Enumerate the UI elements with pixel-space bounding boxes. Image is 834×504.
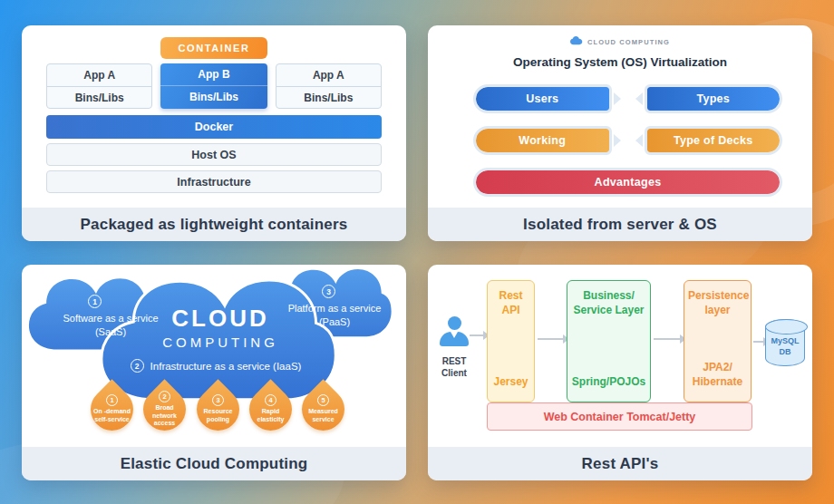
person-torso xyxy=(440,332,469,346)
drop-measured-service: 5 Measured service xyxy=(293,379,353,439)
persistence-box-subtitle: JPA2/ Hibernate xyxy=(688,360,747,389)
docker-layer-bar: Docker xyxy=(46,115,382,139)
paas-number-badge: 3 xyxy=(322,285,335,298)
cloud-icon xyxy=(570,36,583,47)
card-caption: Rest API's xyxy=(428,447,812,480)
drop-label: Rapid elasticity xyxy=(251,408,291,424)
rest-api-box-subtitle: Jersey xyxy=(491,374,530,389)
iaas-row: 2 Infrastructure as a service (IaaS) xyxy=(107,359,325,373)
persistence-layer-box: Persistence layer JPA2/ Hibernate xyxy=(684,280,752,402)
app-column-highlighted: App B Bins/Libs xyxy=(160,63,267,109)
libs-cell: Bins/Libs xyxy=(47,86,151,108)
pill-users: Users xyxy=(473,84,612,113)
virtualization-diagram: CLOUD COMPUTING Operating System (OS) Vi… xyxy=(428,25,812,208)
cloud-title-line1: CLOUD xyxy=(134,305,306,333)
drop-label: Measured service xyxy=(304,408,344,424)
libs-cell: Bins/Libs xyxy=(160,85,267,107)
arrow-client-to-api xyxy=(470,334,484,336)
saas-number-badge: 1 xyxy=(88,295,102,308)
drop-broad-network: 2 Broad network access xyxy=(134,379,194,439)
host-os-layer-bar: Host OS xyxy=(46,143,382,166)
app-cell: App A xyxy=(276,64,381,86)
drop-label: On -demand self-service xyxy=(92,408,132,424)
card-caption: Isolated from server & OS xyxy=(428,208,812,241)
rest-api-box-title: Rest API xyxy=(491,288,530,317)
web-container-bar: Web Container Tomcat/Jetty xyxy=(487,402,752,431)
elastic-cloud-diagram: 1 Software as a service (SaaS) 3 Platfor… xyxy=(22,265,406,447)
drop-number-badge: 5 xyxy=(317,394,329,406)
pill-working: Working xyxy=(473,126,612,155)
drop-on-demand: 1 On -demand self-service xyxy=(82,379,141,439)
mysql-db-cylinder: MySQL DB xyxy=(765,319,805,366)
person-head xyxy=(448,316,461,330)
business-box-title: Business/ Service Layer xyxy=(571,288,646,317)
persistence-box-title: Persistence layer xyxy=(688,288,747,317)
card-containers[interactable]: CONTAINER App A Bins/Libs App B Bins/Lib… xyxy=(22,25,406,241)
rest-client-icon xyxy=(440,316,469,346)
card-virtualization[interactable]: CLOUD COMPUTING Operating System (OS) Vi… xyxy=(428,25,812,241)
rest-api-diagram: REST Client Rest API Jersey Business/ Se… xyxy=(428,265,812,447)
pill-type-of-decks: Type of Decks xyxy=(645,126,783,155)
arrow-business-to-persistence xyxy=(654,338,681,340)
cloud-computing-title: CLOUD COMPUTING xyxy=(134,305,306,350)
drop-rapid-elasticity: 4 Rapid elasticity xyxy=(240,379,300,439)
card-caption: Elastic Cloud Computing xyxy=(22,447,406,480)
arrow-persistence-to-db xyxy=(753,341,764,343)
pill-types: Types xyxy=(645,84,783,113)
iaas-number-badge: 2 xyxy=(131,359,144,373)
card-grid: CONTAINER App A Bins/Libs App B Bins/Lib… xyxy=(0,0,834,504)
drop-number-badge: 3 xyxy=(212,394,224,406)
app-column: App A Bins/Libs xyxy=(276,63,382,109)
libs-cell: Bins/Libs xyxy=(276,86,381,108)
business-box-subtitle: Spring/POJOs xyxy=(571,374,646,389)
rest-client-label: REST Client xyxy=(432,355,476,379)
drop-resource-pooling: 3 Resource pooling xyxy=(188,379,247,439)
app-cell: App A xyxy=(47,64,151,86)
brand-label: CLOUD COMPUTING xyxy=(587,38,670,46)
app-column: App A Bins/Libs xyxy=(46,63,152,109)
diagram-title: Operating System (OS) Virtualization xyxy=(428,55,812,69)
cloud-title-line2: COMPUTING xyxy=(134,334,306,350)
pill-advantages: Advantages xyxy=(473,168,782,197)
rest-api-box: Rest API Jersey xyxy=(487,280,535,402)
drop-label: Resource pooling xyxy=(199,408,238,424)
container-label-chip: CONTAINER xyxy=(160,37,267,59)
drop-number-badge: 1 xyxy=(106,394,118,406)
iaas-label: Infrastructure as a service (IaaS) xyxy=(150,361,302,372)
mysql-db-label: MySQL DB xyxy=(766,336,804,357)
app-cell: App B xyxy=(160,63,267,85)
containers-diagram: CONTAINER App A Bins/Libs App B Bins/Lib… xyxy=(22,25,406,208)
drop-number-badge: 2 xyxy=(159,391,170,402)
drop-number-badge: 4 xyxy=(265,394,276,406)
card-caption: Packaged as lightweight containers xyxy=(22,208,406,241)
infrastructure-layer-bar: Infrastructure xyxy=(46,170,382,193)
drop-label: Broad network access xyxy=(145,404,185,428)
business-layer-box: Business/ Service Layer Spring/POJOs xyxy=(567,280,651,402)
card-rest-api[interactable]: REST Client Rest API Jersey Business/ Se… xyxy=(428,265,812,480)
arrow-api-to-business xyxy=(538,338,564,340)
card-elastic-cloud[interactable]: 1 Software as a service (SaaS) 3 Platfor… xyxy=(22,265,406,480)
